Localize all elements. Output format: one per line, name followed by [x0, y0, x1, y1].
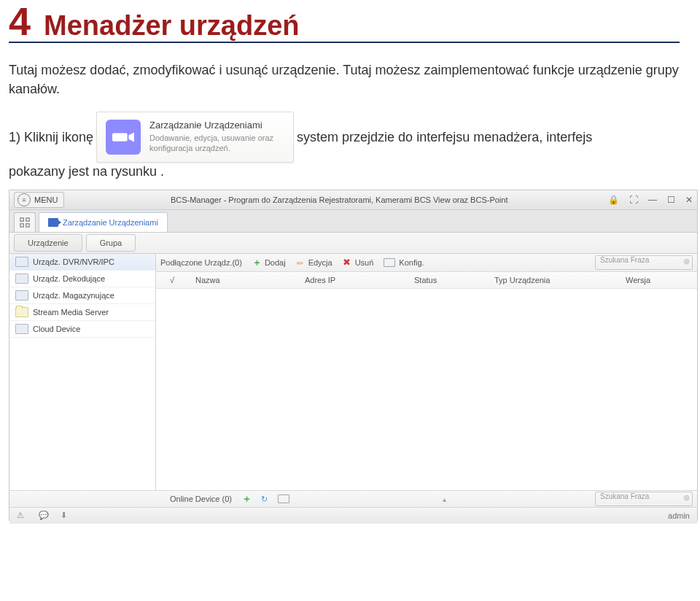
status-user: admin [668, 511, 690, 520]
device-icon [15, 324, 28, 334]
maximize-icon[interactable]: ☐ [667, 195, 675, 205]
online-count: Online Device (0) [170, 495, 232, 503]
sidebar-item-dvr[interactable]: Urządz. DVR/NVR/IPC [9, 254, 155, 271]
status-bar: ⚠ 💬 ⬇ admin [9, 507, 697, 524]
device-table-header: √ Nazwa Adres IP Status Typ Urządzenia W… [156, 272, 697, 289]
search-placeholder: Szukana Fraza [600, 256, 649, 264]
plus-icon: ＋ [252, 258, 261, 267]
sidebar-item-label: Urządz. Dekodujące [33, 274, 105, 283]
config-button[interactable]: Konfig. [384, 258, 424, 267]
device-manager-tile[interactable]: Zarządzanie Urządzeniami Dodawanie, edyc… [96, 112, 294, 163]
alert-icon[interactable]: ⚠ [17, 511, 27, 521]
device-icon [15, 257, 28, 267]
plus-icon: ＋ [242, 495, 251, 503]
device-toolbar: Podłączone Urządz.(0) ＋ Dodaj ✎ Edycja ✖… [156, 254, 697, 272]
menu-label: MENU [34, 195, 58, 204]
button-label: Konfig. [399, 258, 424, 267]
minimize-icon[interactable]: — [648, 195, 657, 205]
col-check[interactable]: √ [156, 276, 188, 284]
expand-icon[interactable]: ⛶ [629, 195, 638, 205]
app-screenshot: ≡ MENU BCS-Manager - Program do Zarządze… [9, 190, 698, 521]
button-label: Usuń [355, 258, 374, 267]
menu-icon: ≡ [18, 193, 31, 206]
refresh-icon: ↻ [261, 495, 268, 504]
config-icon [384, 258, 395, 267]
step1-tail: pokazany jest na rysunku . [9, 164, 164, 179]
online-add-button[interactable]: ＋ [242, 495, 251, 503]
tabs-row: Zarządzanie Urządzeniami [9, 210, 697, 233]
button-label: Dodaj [265, 258, 286, 267]
chapter-heading: 4 Menadżer urządzeń [9, 1, 680, 43]
config-icon [278, 495, 289, 503]
window-title: BCS-Manager - Program do Zarządzenia Rej… [70, 195, 608, 204]
delete-icon: ✖ [343, 258, 351, 267]
device-icon [15, 274, 28, 284]
svg-rect-2 [20, 224, 23, 227]
camera-small-icon [48, 218, 58, 227]
device-icon [15, 290, 28, 300]
sidebar-item-label: Cloud Device [33, 325, 80, 333]
svg-rect-3 [26, 224, 29, 227]
col-type[interactable]: Typ Urządzenia [487, 276, 618, 284]
online-search-input[interactable]: Szukana Fraza ⊗ [595, 492, 693, 506]
close-icon[interactable]: ✕ [685, 195, 693, 205]
chapter-title: Menadżer urządzeń [44, 10, 300, 42]
sidebar-item-storage[interactable]: Urządz. Magazynujące [9, 287, 155, 304]
edit-button[interactable]: ✎ Edycja [296, 258, 332, 267]
col-version[interactable]: Wersja [618, 276, 658, 284]
tile-title: Zarządzanie Urządzeniami [149, 120, 284, 131]
col-status[interactable]: Status [407, 276, 487, 284]
add-button[interactable]: ＋ Dodaj [252, 258, 286, 267]
intro-paragraph: Tutaj możesz dodać, zmodyfikować i usuną… [9, 61, 680, 98]
step1-suffix: system przejdzie do interfejsu menadżera… [297, 130, 592, 145]
sidebar-item-cloud[interactable]: Cloud Device [9, 321, 155, 338]
sidebar-item-stream[interactable]: Stream Media Server [9, 304, 155, 321]
subtab-device[interactable]: Urządzenie [14, 234, 82, 252]
sidebar-item-label: Stream Media Server [33, 308, 109, 317]
col-name[interactable]: Nazwa [188, 276, 298, 284]
expand-up-icon[interactable]: ▴ [443, 495, 446, 503]
camera-icon [106, 120, 141, 155]
clear-icon[interactable]: ⊗ [683, 257, 690, 266]
grid-icon [20, 217, 30, 228]
online-refresh-button[interactable]: ↻ [261, 495, 268, 504]
folder-icon [15, 307, 28, 317]
tab-device-management[interactable]: Zarządzanie Urządzeniami [39, 212, 168, 232]
tab-label: Zarządzanie Urządzeniami [63, 218, 158, 227]
svg-rect-1 [26, 218, 29, 221]
search-input[interactable]: Szukana Fraza ⊗ [595, 255, 693, 270]
search-placeholder: Szukana Fraza [600, 492, 649, 500]
titlebar: ≡ MENU BCS-Manager - Program do Zarządze… [9, 190, 697, 210]
button-label: Edycja [308, 258, 332, 267]
subtab-row: Urządzenie Grupa [9, 233, 697, 254]
lock-icon[interactable]: 🔒 [608, 195, 619, 205]
sidebar-item-label: Urządz. Magazynujące [33, 291, 114, 300]
delete-button[interactable]: ✖ Usuń [343, 258, 374, 267]
svg-rect-0 [20, 218, 23, 221]
device-category-sidebar: Urządz. DVR/NVR/IPC Urządz. Dekodujące U… [9, 254, 156, 490]
download-icon[interactable]: ⬇ [61, 511, 71, 521]
online-settings-button[interactable] [278, 495, 289, 503]
connected-count: Podłączone Urządz.(0) [160, 258, 242, 267]
pencil-icon: ✎ [294, 257, 306, 269]
chat-icon[interactable]: 💬 [39, 511, 49, 521]
sidebar-item-decode[interactable]: Urządz. Dekodujące [9, 271, 155, 287]
subtab-group[interactable]: Grupa [86, 234, 136, 252]
chapter-number: 4 [9, 1, 31, 41]
online-toolbar: Online Device (0) ＋ ↻ ▴ Szukana Fraza ⊗ [9, 490, 697, 507]
sidebar-item-label: Urządz. DVR/NVR/IPC [33, 257, 114, 266]
step1-prefix: 1) Kliknij ikonę [9, 130, 93, 145]
device-table-body [156, 289, 697, 490]
tile-subtitle: Dodawanie, edycja, usuwanie oraz konfigu… [149, 133, 284, 154]
clear-icon[interactable]: ⊗ [683, 493, 690, 503]
col-ip[interactable]: Adres IP [298, 276, 407, 284]
menu-button[interactable]: ≡ MENU [14, 192, 64, 208]
home-tab[interactable] [14, 212, 36, 232]
